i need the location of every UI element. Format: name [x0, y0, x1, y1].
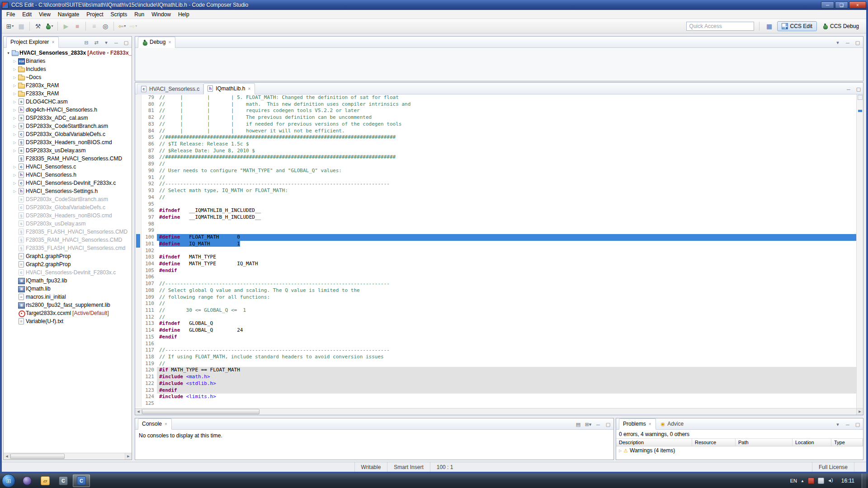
- tree-item[interactable]: cDSP2803x_GlobalVariableDefs.c: [4, 203, 132, 211]
- tree-item[interactable]: ▷cHVACI_Sensorless.c: [4, 163, 132, 171]
- column-header-resource[interactable]: Resource: [692, 439, 736, 446]
- tree-expander-icon[interactable]: ▷: [12, 108, 18, 112]
- expander-icon[interactable]: ▷: [619, 449, 622, 453]
- maximize-view-icon[interactable]: ▢: [855, 86, 862, 92]
- tree-item[interactable]: ▷sDSP2833x_CodeStartBranch.asm: [4, 122, 132, 130]
- scrollbar-thumb[interactable]: [10, 454, 65, 459]
- code-line[interactable]: 120#if MATH_TYPE == FLOAT_MATH: [135, 367, 856, 374]
- scrollbar-thumb[interactable]: [142, 409, 259, 414]
- search-icon[interactable]: ◎: [100, 21, 111, 32]
- tree-item[interactable]: ▷Includes: [4, 65, 132, 73]
- menu-project[interactable]: Project: [83, 10, 107, 19]
- tree-item[interactable]: §F28335_FLASH_HVACI_Sensorless.cmd: [4, 244, 132, 252]
- code-line[interactable]: 93// Select math type, IQ_MATH or FLOAT_…: [135, 188, 856, 194]
- tree-item[interactable]: ▷sDLOG4CHC.asm: [4, 98, 132, 106]
- code-line[interactable]: 101#define IQ_MATH 1: [135, 241, 856, 248]
- tree-item[interactable]: ▷sDSP2833x_ADC_cal.asm: [4, 114, 132, 122]
- tree-item[interactable]: ≡Graph1.graphProp: [4, 252, 132, 260]
- tree-item[interactable]: ▷cHVACI_Sensorless-DevInit_F2833x.c: [4, 179, 132, 187]
- close-window-button[interactable]: ×: [849, 1, 866, 9]
- ccs-tray-icon[interactable]: [808, 478, 814, 484]
- code-line[interactable]: 108// Select global Q value and scaling.…: [135, 287, 856, 294]
- column-header-path[interactable]: Path: [736, 439, 793, 446]
- view-menu-icon[interactable]: ▾: [834, 422, 841, 427]
- overview-ruler[interactable]: [856, 94, 863, 415]
- tree-item[interactable]: §DSP2803x_Headers_nonBIOS.cmd: [4, 211, 132, 220]
- display-console-icon[interactable]: ▤: [575, 422, 582, 427]
- code-line[interactable]: 83// | | | if needed for previous versio…: [135, 121, 856, 128]
- tree-item[interactable]: ≡Variable(U-f).txt: [4, 317, 132, 325]
- column-header-location[interactable]: Location: [793, 439, 831, 446]
- tree-item[interactable]: ▷hHVACI_Sensorless.h: [4, 171, 132, 179]
- debug-icon[interactable]: ▾: [44, 21, 55, 32]
- taskbar-app-explorer[interactable]: ▱: [37, 474, 54, 487]
- maximize-view-icon[interactable]: ▢: [123, 40, 130, 46]
- code-line[interactable]: 88//####################################…: [135, 154, 856, 161]
- code-line[interactable]: 121#include <math.h>: [135, 374, 856, 380]
- editor-horizontal-scrollbar[interactable]: ◀ ▶: [135, 408, 863, 415]
- open-perspective-icon[interactable]: ▦: [764, 21, 774, 31]
- tree-item[interactable]: sDSP2803x_CodeStartBranch.asm: [4, 195, 132, 203]
- tree-expander-icon[interactable]: ▷: [12, 100, 18, 104]
- code-line[interactable]: 104#define MATH_TYPE IQ_MATH: [135, 261, 856, 267]
- code-line[interactable]: 125: [135, 400, 856, 407]
- code-line[interactable]: 106: [135, 274, 856, 281]
- tab-project-explorer[interactable]: Project Explorer ×: [6, 37, 59, 48]
- code-line[interactable]: 115#endif: [135, 334, 856, 341]
- scroll-left-icon[interactable]: ◀: [135, 408, 142, 415]
- minimize-window-button[interactable]: ─: [821, 1, 834, 9]
- tree-item[interactable]: sDSP2803x_usDelay.asm: [4, 220, 132, 228]
- code-line[interactable]: 95: [135, 201, 856, 208]
- tree-item[interactable]: IQmath_fpu32.lib: [4, 277, 132, 285]
- code-line[interactable]: 103#ifndef MATH_TYPE: [135, 254, 856, 261]
- highlight-icon[interactable]: ≡: [89, 21, 99, 32]
- code-line[interactable]: 89//: [135, 161, 856, 168]
- maximize-view-icon[interactable]: ▢: [854, 422, 861, 427]
- code-line[interactable]: 81// | | | requires codegen tools V5.2.2…: [135, 108, 856, 114]
- selection-marker[interactable]: [858, 110, 862, 112]
- menu-file[interactable]: File: [3, 10, 19, 19]
- scroll-left-icon[interactable]: ◀: [4, 453, 10, 460]
- editor-tab-hvaci_sensorless.c[interactable]: cHVACI_Sensorless.c: [137, 84, 203, 94]
- new-file-icon[interactable]: ⊞▾: [5, 21, 15, 32]
- tree-expander-icon[interactable]: ▷: [12, 92, 18, 96]
- tree-expander-icon[interactable]: ▷: [12, 75, 18, 80]
- menu-view[interactable]: View: [35, 10, 54, 19]
- build-icon[interactable]: ⚒: [33, 21, 43, 32]
- tree-expander-icon[interactable]: ▷: [12, 149, 18, 153]
- problems-group-row[interactable]: ▷⚠Warnings (4 items): [616, 446, 863, 455]
- tree-item[interactable]: ▷F2833x_RAM: [4, 89, 132, 98]
- column-header-type[interactable]: Type: [831, 439, 863, 446]
- close-icon[interactable]: ×: [648, 422, 652, 427]
- code-editor[interactable]: 79// | | | 5. FLOAT_MATH: Changed the de…: [135, 94, 863, 415]
- tree-item[interactable]: §F28035_RAM_HVACI_Sensorless.CMD: [4, 236, 132, 244]
- taskbar-app-ccs[interactable]: C: [55, 474, 72, 487]
- code-line[interactable]: 90// User needs to configure "MATH_TYPE"…: [135, 168, 856, 174]
- forward-icon[interactable]: ⇨▾: [128, 21, 139, 32]
- code-line[interactable]: 107//-----------------------------------…: [135, 281, 856, 287]
- tree-item[interactable]: ▷cDSP2833x_GlobalVariableDefs.c: [4, 130, 132, 138]
- taskbar-app-eclipse[interactable]: [19, 474, 36, 487]
- tree-item[interactable]: ▷~Docs: [4, 73, 132, 81]
- collapse-all-icon[interactable]: ⊟: [83, 40, 90, 46]
- menu-edit[interactable]: Edit: [19, 10, 35, 19]
- tree-item[interactable]: ▷sDSP2833x_usDelay.asm: [4, 146, 132, 155]
- code-line[interactable]: 91//: [135, 174, 856, 181]
- code-line[interactable]: 85//####################################…: [135, 134, 856, 141]
- code-line[interactable]: 122#include <stdlib.h>: [135, 380, 856, 387]
- menu-help[interactable]: Help: [175, 10, 193, 19]
- network-icon[interactable]: [818, 478, 824, 484]
- scroll-right-icon[interactable]: ▶: [125, 453, 132, 460]
- tree-item[interactable]: rts2800_fpu32_fast_supplement.lib: [4, 301, 132, 309]
- code-line[interactable]: 92//------------------------------------…: [135, 181, 856, 188]
- menu-run[interactable]: Run: [131, 10, 148, 19]
- tree-item[interactable]: IQmath.lib: [4, 285, 132, 293]
- tree-expander-icon[interactable]: ▷: [12, 59, 18, 63]
- code-line[interactable]: 100#define FLOAT_MATH 0: [135, 234, 856, 241]
- tree-expander-icon[interactable]: ▾: [5, 51, 11, 55]
- close-icon[interactable]: ×: [164, 422, 168, 427]
- close-icon[interactable]: ×: [51, 40, 55, 45]
- tree-item[interactable]: §F28035_FLASH_HVACI_Sensorless.CMD: [4, 228, 132, 236]
- tree-item[interactable]: ▷§DSP2833x_Headers_nonBIOS.cmd: [4, 138, 132, 146]
- minimize-view-icon[interactable]: ─: [845, 87, 852, 92]
